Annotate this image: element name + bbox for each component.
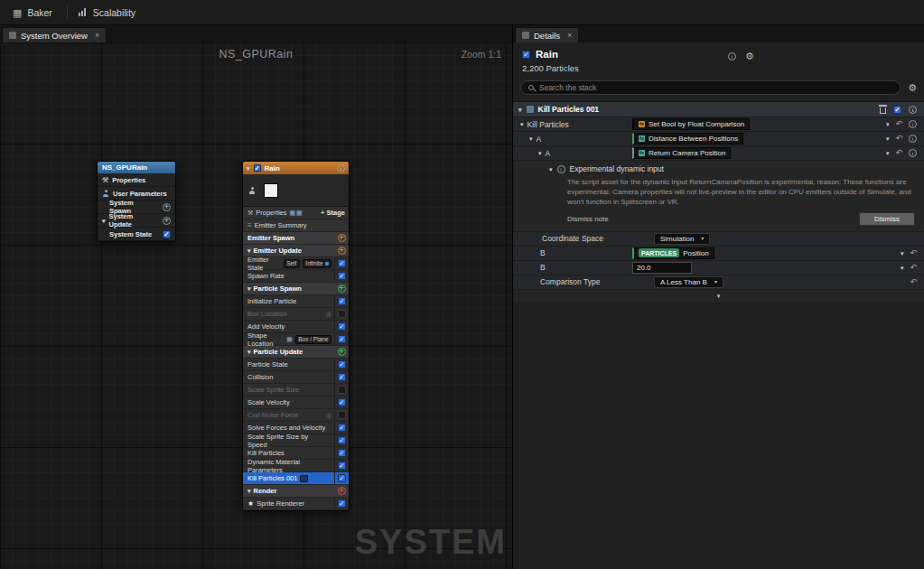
dynamic-input-chip[interactable]: fx Set Bool by Float Comparison xyxy=(632,118,750,130)
material-thumbnail[interactable] xyxy=(264,183,278,198)
add-module-icon[interactable]: + xyxy=(163,203,171,211)
dynamic-input-chip[interactable]: fx Return Camera Position xyxy=(632,147,731,159)
dynamic-input-chip[interactable]: fx Distance Between Positions xyxy=(632,133,743,145)
collapse-arrow-icon[interactable]: ▾ xyxy=(518,107,522,113)
module-row-scale-sprite-size[interactable]: Scale Sprite Size xyxy=(243,384,349,396)
group-row-particle-update[interactable]: ▾ Particle Update + xyxy=(243,346,349,359)
rain-node-header[interactable]: ▾ Rain xyxy=(243,162,349,174)
add-stage-button[interactable]: + Stage xyxy=(321,209,345,217)
add-module-icon[interactable]: + xyxy=(338,348,346,356)
module-row-scale-velocity[interactable]: Scale Velocity xyxy=(243,396,349,409)
reset-icon[interactable]: ↶ xyxy=(895,120,902,128)
b-value-input[interactable] xyxy=(632,262,692,274)
reset-icon[interactable]: ↶ xyxy=(910,278,917,286)
module-row-particle-state[interactable]: Particle State xyxy=(243,359,349,371)
module-row-collision[interactable]: Collision xyxy=(243,371,349,384)
collapse-arrow-icon[interactable]: ▾ xyxy=(247,165,250,172)
module-row-scale-sprite-size-by-speed[interactable]: Scale Sprite Size by Speed xyxy=(243,434,349,447)
system-state-row[interactable]: System State xyxy=(98,228,175,241)
info-icon[interactable] xyxy=(909,120,917,128)
module-row-box-location[interactable]: Box Location ◎ xyxy=(243,308,349,321)
add-module-icon[interactable]: + xyxy=(338,234,346,242)
stack-settings-gear-icon[interactable]: ⚙ xyxy=(908,83,917,93)
dropdown-icon[interactable]: ▾ xyxy=(886,121,890,127)
emitter-enabled-checkbox[interactable] xyxy=(254,164,261,172)
search-input[interactable] xyxy=(539,83,892,92)
collapse-arrow-icon[interactable]: ▾ xyxy=(102,218,106,224)
gear-icon[interactable]: ⚙ xyxy=(745,51,754,61)
attribute-chip[interactable]: PARTICLES Position xyxy=(632,247,714,259)
scalability-button[interactable]: Scalability xyxy=(73,4,145,22)
module-row-emitter-state[interactable]: Emitter State Self Infinite xyxy=(243,257,349,270)
module-checkbox[interactable] xyxy=(338,373,346,381)
system-state-checkbox[interactable] xyxy=(163,230,171,238)
add-module-icon[interactable]: + xyxy=(338,247,346,255)
module-checkbox[interactable] xyxy=(338,310,346,318)
module-checkbox[interactable] xyxy=(338,335,346,343)
module-row-sprite-renderer[interactable]: ★ Sprite Renderer xyxy=(243,498,349,510)
info-icon[interactable] xyxy=(909,149,917,157)
module-enabled-checkbox[interactable] xyxy=(893,106,901,114)
group-row-emitter-spawn[interactable]: Emitter Spawn + xyxy=(243,232,349,245)
stack-expand-footer[interactable]: ▾ xyxy=(513,290,924,303)
module-checkbox[interactable] xyxy=(338,322,346,331)
tab-details[interactable]: Details × xyxy=(515,27,579,42)
system-update-row[interactable]: ▾ System Update + xyxy=(98,214,175,228)
graph-canvas[interactable]: NS_GPURain Zoom 1:1 SYSTEM NS_GPURain ⚒ … xyxy=(0,42,512,569)
visibility-icon[interactable]: ◎ xyxy=(326,412,331,418)
collapse-arrow-icon[interactable]: ▾ xyxy=(247,285,251,292)
info-icon[interactable] xyxy=(337,164,345,173)
add-module-icon[interactable]: + xyxy=(338,284,346,293)
tab-close-icon[interactable]: × xyxy=(95,31,99,40)
dropdown-icon[interactable]: ▾ xyxy=(886,135,890,142)
collapse-arrow-icon[interactable]: ▾ xyxy=(520,121,524,127)
module-row-shape-location[interactable]: Shape Location ▦ Box / Plane xyxy=(243,333,349,346)
delete-icon[interactable] xyxy=(880,107,886,114)
module-row-spawn-rate[interactable]: Spawn Rate xyxy=(243,270,349,283)
dropdown-icon[interactable]: ▾ xyxy=(901,265,904,271)
visibility-icon[interactable]: ◎ xyxy=(326,311,331,317)
system-properties-row[interactable]: ⚒ Properties xyxy=(98,173,175,187)
module-checkbox[interactable] xyxy=(338,360,346,368)
module-row-dynamic-material-parameters[interactable]: Dynamic Material Parameters xyxy=(243,460,349,472)
emitter-enabled-checkbox[interactable] xyxy=(522,51,530,59)
module-checkbox[interactable] xyxy=(338,462,346,470)
group-row-particle-spawn[interactable]: ▾ Particle Spawn + xyxy=(243,283,349,295)
collapse-arrow-icon[interactable]: ▾ xyxy=(247,488,251,494)
collapse-arrow-icon[interactable]: ▾ xyxy=(549,166,553,173)
stack-search-box[interactable] xyxy=(520,80,901,95)
info-icon[interactable] xyxy=(909,135,917,143)
emitter-properties-row[interactable]: ⚒ Properties ▦▦ + Stage xyxy=(243,207,349,219)
collapse-arrow-icon[interactable]: ▾ xyxy=(247,247,251,254)
tab-close-icon[interactable]: × xyxy=(567,31,572,40)
system-node[interactable]: NS_GPURain ⚒ Properties User Parameters … xyxy=(97,161,176,242)
module-checkbox[interactable] xyxy=(338,424,346,432)
reset-icon[interactable]: ↶ xyxy=(910,264,917,272)
module-checkbox[interactable] xyxy=(338,272,346,280)
coordinate-space-dropdown[interactable]: Simulation ▾ xyxy=(654,233,710,245)
module-row-initialize-particle[interactable]: Initialize Particle xyxy=(243,295,349,308)
info-icon[interactable] xyxy=(909,106,917,114)
module-row-curl-noise-force[interactable]: Curl Noise Force ◎ xyxy=(243,409,349,422)
dropdown-icon[interactable]: ▾ xyxy=(901,250,904,257)
module-checkbox[interactable] xyxy=(338,259,346,267)
tab-system-overview[interactable]: System Overview × xyxy=(2,27,107,42)
module-checkbox[interactable] xyxy=(338,499,346,508)
module-checkbox[interactable] xyxy=(338,386,346,394)
reset-icon[interactable]: ↶ xyxy=(895,149,902,157)
info-icon[interactable] xyxy=(728,52,736,61)
stack-item-header-kill-particles-001[interactable]: ▾ Kill Particles 001 xyxy=(513,102,924,117)
emitter-summary-row[interactable]: ≡ Emitter Summary xyxy=(243,219,349,232)
collapse-arrow-icon[interactable]: ▾ xyxy=(538,150,542,156)
collapse-arrow-icon[interactable]: ▾ xyxy=(247,349,251,355)
module-checkbox[interactable] xyxy=(338,297,346,305)
collapse-arrow-icon[interactable]: ▾ xyxy=(529,135,533,142)
add-renderer-icon[interactable]: + xyxy=(338,487,346,495)
dropdown-icon[interactable]: ▾ xyxy=(886,150,890,156)
module-checkbox[interactable] xyxy=(338,474,346,482)
module-checkbox[interactable] xyxy=(338,449,346,457)
module-checkbox[interactable] xyxy=(338,398,346,406)
module-checkbox[interactable] xyxy=(338,436,346,444)
add-module-icon[interactable]: + xyxy=(163,217,171,225)
comparison-type-dropdown[interactable]: A Less Than B ▾ xyxy=(654,276,723,288)
